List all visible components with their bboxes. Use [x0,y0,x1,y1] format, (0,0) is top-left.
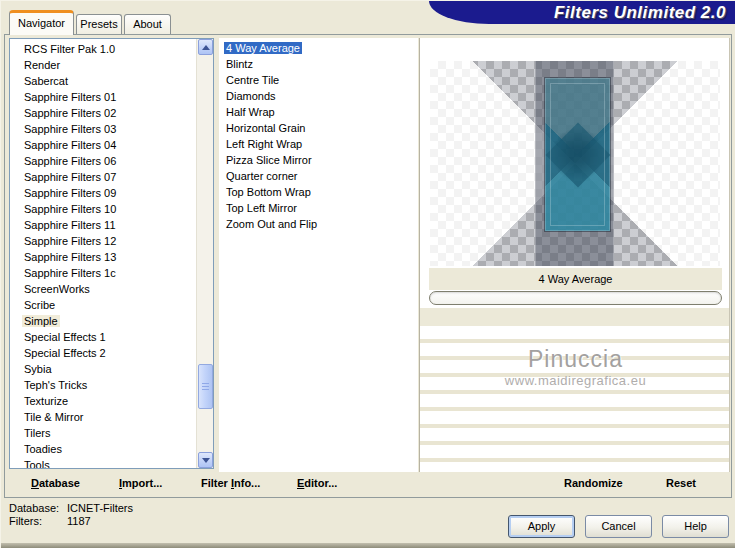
list-item[interactable]: Quarter corner [219,168,418,184]
list-item[interactable]: Centre Tile [219,72,418,88]
preview-gem [545,78,610,231]
tab-presets-label: Presets [80,18,117,30]
list-item[interactable]: Blintz [219,56,418,72]
scroll-down-button[interactable] [198,452,213,468]
list-item[interactable]: Top Bottom Wrap [219,184,418,200]
tab-presets[interactable]: Presets [76,14,122,34]
database-status-label: Database: [9,502,59,515]
list-item[interactable]: Scribe [10,297,196,313]
cancel-button[interactable]: Cancel [585,515,652,538]
list-item[interactable]: Sapphire Filters 1c [10,265,196,281]
tab-content-panel: RCS Filter Pak 1.0RenderSabercatSapphire… [4,34,732,498]
list-item[interactable]: Tilers [10,425,196,441]
list-item[interactable]: Sapphire Filters 02 [10,105,196,121]
filter-info-label-post: nfo... [234,477,260,489]
list-item[interactable]: Half Wrap [219,104,418,120]
filters-unlimited-window: Filters Unlimited 2.0 Navigator Presets … [0,0,735,548]
scroll-up-button[interactable] [198,39,213,55]
list-item[interactable]: Top Left Mirror [219,200,418,216]
list-item[interactable]: Diamonds [219,88,418,104]
title-banner: Filters Unlimited 2.0 [429,1,735,24]
randomize-label: Randomize [564,477,623,489]
command-row: Database Import... Filter Info... Editor… [5,472,731,497]
filter-list-rows: 4 Way AverageBlintzCentre TileDiamondsHa… [219,40,418,472]
category-list-rows: RCS Filter Pak 1.0RenderSabercatSapphire… [10,41,196,468]
list-item[interactable]: Sapphire Filters 12 [10,233,196,249]
list-item[interactable]: RCS Filter Pak 1.0 [10,41,196,57]
list-item[interactable]: Left Right Wrap [219,136,418,152]
randomize-button[interactable]: Randomize [564,477,623,489]
watermark-site: www.maidiregrafica.eu [420,373,730,388]
list-item[interactable]: Sapphire Filters 09 [10,185,196,201]
list-item[interactable]: Simple [10,313,196,329]
watermark-name: Pinuccia [420,346,730,373]
selected-filter-caption: 4 Way Average [429,268,722,290]
list-item[interactable]: Sapphire Filters 03 [10,121,196,137]
list-item[interactable]: Sapphire Filters 13 [10,249,196,265]
window-bottom-edge [1,543,735,548]
list-item[interactable]: Zoom Out and Flip [219,216,418,232]
list-item[interactable]: Texturize [10,393,196,409]
filter-slider[interactable] [429,291,722,305]
preview-image [430,61,720,266]
list-item[interactable]: Special Effects 2 [10,345,196,361]
tab-navigator-label: Navigator [18,17,65,29]
reset-button[interactable]: Reset [666,477,696,489]
category-scrollbar[interactable] [196,39,213,468]
list-item[interactable]: Sybia [10,361,196,377]
scrollbar-thumb[interactable] [198,364,213,409]
list-item[interactable]: Sapphire Filters 11 [10,217,196,233]
list-item[interactable]: Sapphire Filters 10 [10,201,196,217]
window-title: Filters Unlimited 2.0 [554,3,726,23]
list-item[interactable]: Sapphire Filters 06 [10,153,196,169]
import-label-post: mport... [122,477,162,489]
list-item[interactable]: Tile & Mirror [10,409,196,425]
list-item[interactable]: Sapphire Filters 01 [10,89,196,105]
list-item[interactable]: Tools [10,457,196,468]
filter-list[interactable]: 4 Way AverageBlintzCentre TileDiamondsHa… [219,38,418,472]
database-label-key: D [31,477,39,489]
list-item[interactable]: Horizontal Grain [219,120,418,136]
preview-panel: 4 Way Average Pinuccia www.maidiregrafic… [419,38,730,472]
database-status-value: ICNET-Filters [67,502,133,515]
filters-status-value: 1187 [67,515,133,528]
apply-button[interactable]: Apply [508,515,575,538]
tab-about-label: About [133,18,162,30]
filter-info-button[interactable]: Filter Info... [201,477,260,489]
list-item[interactable]: ScreenWorks [10,281,196,297]
filter-info-label-pre: Filter [201,477,231,489]
help-button[interactable]: Help [662,515,729,538]
filters-status-label: Filters: [9,515,59,528]
status-area: Database: ICNET-Filters Filters: 1187 [9,502,133,528]
list-item[interactable]: Pizza Slice Mirror [219,152,418,168]
list-item[interactable]: Sapphire Filters 07 [10,169,196,185]
list-item[interactable]: Sapphire Filters 04 [10,137,196,153]
panel-spacer [420,308,730,326]
database-label-post: atabase [39,477,80,489]
tab-navigator[interactable]: Navigator [9,10,74,35]
import-button[interactable]: Import... [119,477,162,489]
category-list[interactable]: RCS Filter Pak 1.0RenderSabercatSapphire… [9,38,214,469]
editor-label-post: ditor... [304,477,337,489]
list-item[interactable]: Toadies [10,441,196,457]
list-item[interactable]: Special Effects 1 [10,329,196,345]
selected-filter-caption-label: 4 Way Average [539,273,613,285]
chevron-down-icon [202,458,210,463]
list-item[interactable]: 4 Way Average [219,40,418,56]
editor-button[interactable]: Editor... [297,477,337,489]
list-item[interactable]: Sabercat [10,73,196,89]
database-button[interactable]: Database [31,477,80,489]
list-item[interactable]: Render [10,57,196,73]
reset-label: Reset [666,477,696,489]
list-item[interactable]: Teph's Tricks [10,377,196,393]
chevron-up-icon [202,45,210,50]
watermark: Pinuccia www.maidiregrafica.eu [420,346,730,388]
tab-about[interactable]: About [124,14,171,34]
